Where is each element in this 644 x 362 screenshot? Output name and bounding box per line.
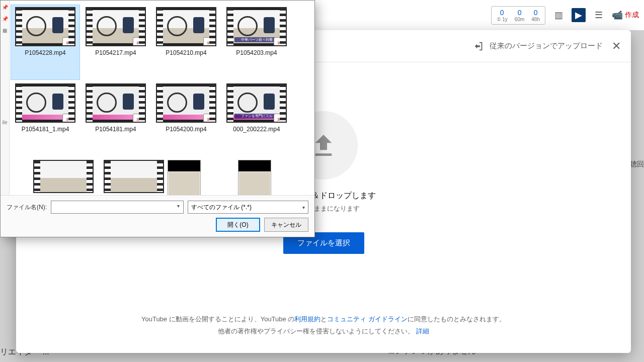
- flag-icon[interactable]: ▶: [572, 8, 586, 22]
- file-thumb[interactable]: [220, 157, 289, 195]
- stat-3: 0: [531, 9, 540, 17]
- file-thumb[interactable]: 321P1054210.mp4: [151, 5, 221, 80]
- codec-badge-icon: 321: [274, 37, 287, 46]
- file-name-label: 000_200222.mp4: [233, 126, 280, 133]
- file-thumb[interactable]: [99, 157, 169, 195]
- file-open-dialog: 📌 📌 ▦ ile 321P1054228.mp4321P1054217.mp4…: [0, 0, 315, 237]
- dialog-bottom-panel: ファイル名(N): すべてのファイル (*.*) 開く(O) キャンセル: [1, 195, 314, 237]
- file-thumb[interactable]: 中華パーツ続々到着321P1054203.mp4: [222, 5, 291, 80]
- codec-badge-icon: 321: [62, 114, 75, 123]
- file-name-label: P1054181_1.mp4: [22, 126, 69, 133]
- stat-1: 0: [497, 9, 508, 17]
- open-button[interactable]: 開く(O): [216, 218, 260, 232]
- file-name-label: P1054200.mp4: [166, 126, 206, 133]
- filename-label: ファイル名(N):: [7, 203, 47, 212]
- community-guidelines-link[interactable]: コミュニティ ガイドライン: [327, 315, 408, 323]
- menu-icon[interactable]: ☰: [592, 8, 606, 22]
- dialog-nav-rail: 📌 📌 ▦ ile: [1, 1, 10, 195]
- pin-icon: 📌: [2, 16, 8, 22]
- file-thumb[interactable]: ファンを専門にスル321000_200222.mp4: [222, 81, 291, 156]
- upload-footer: YouTube に動画を公開することにより、YouTube の利用規約とコミュニ…: [16, 303, 631, 353]
- codec-badge-icon: 321: [133, 37, 146, 46]
- codec-badge-icon: 321: [203, 114, 216, 123]
- create-button[interactable]: 📹作成: [612, 10, 639, 21]
- codec-badge-icon: 321: [274, 114, 287, 123]
- codec-badge-icon: 321: [203, 37, 216, 46]
- file-thumb[interactable]: 321P1054181_1.mp4: [11, 81, 80, 156]
- cancel-button[interactable]: キャンセル: [264, 218, 308, 232]
- filetype-combo[interactable]: すべてのファイル (*.*): [188, 201, 308, 214]
- tos-link[interactable]: 利用規約: [294, 315, 320, 323]
- pin-icon: 📌: [2, 5, 8, 10]
- drive-icon: ▦: [3, 28, 7, 33]
- exit-icon: [473, 41, 485, 52]
- file-name-label: P1054210.mp4: [166, 49, 206, 56]
- filename-input[interactable]: [51, 201, 184, 214]
- close-icon[interactable]: ✕: [612, 40, 621, 53]
- legacy-upload-link[interactable]: 従来のバージョンでアップロード: [473, 41, 603, 52]
- file-name-label: P1054203.mp4: [236, 49, 277, 56]
- analytics-icon[interactable]: ▥: [551, 8, 566, 22]
- codec-badge-icon: 321: [62, 37, 75, 46]
- file-thumb[interactable]: [29, 157, 98, 195]
- file-name-label: P1054181.mp4: [95, 126, 136, 133]
- stat-2: 0: [515, 9, 524, 17]
- file-thumb[interactable]: 321P1054217.mp4: [81, 5, 150, 80]
- file-name-label: P1054228.mp4: [25, 49, 65, 56]
- header-stats: 0① 1y 060m 048h: [491, 6, 545, 25]
- file-thumb[interactable]: 321P1054228.mp4: [11, 5, 80, 80]
- codec-badge-icon: 321: [133, 114, 146, 123]
- file-grid[interactable]: 321P1054228.mp4321P1054217.mp4321P105421…: [10, 1, 314, 195]
- file-name-label: P1054217.mp4: [95, 49, 136, 56]
- file-thumb[interactable]: 321P1054200.mp4: [151, 81, 221, 156]
- file-thumb[interactable]: 321P1054181.mp4: [81, 81, 150, 156]
- learn-more-link[interactable]: 詳細: [416, 327, 429, 335]
